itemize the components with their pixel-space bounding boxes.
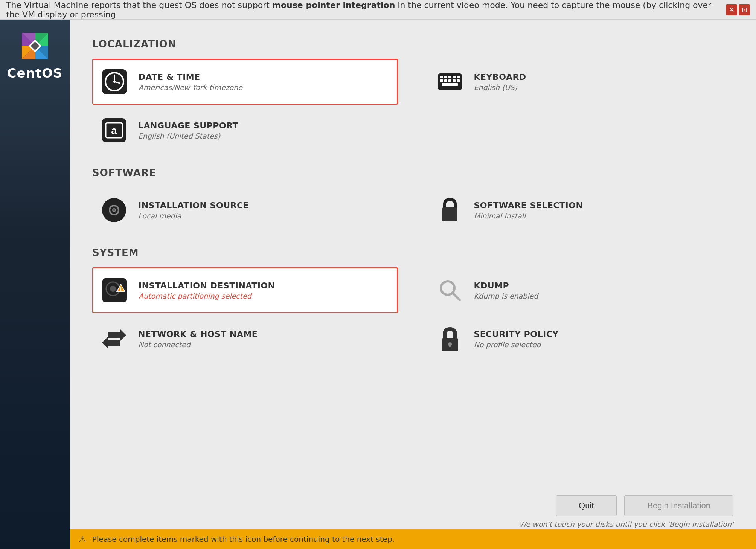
- install-source-text: INSTALLATION SOURCE Local media: [138, 201, 249, 220]
- security-text: SECURITY POLICY No profile selected: [474, 329, 559, 349]
- install-source-subtitle: Local media: [138, 212, 249, 220]
- kdump-card[interactable]: KDUMP Kdump is enabled: [428, 267, 734, 313]
- close-button-x[interactable]: ✕: [726, 4, 737, 15]
- svg-rect-27: [442, 83, 458, 86]
- svg-rect-17: [440, 76, 443, 78]
- date-time-text: DATE & TIME Americas/New York timezone: [139, 72, 242, 92]
- language-title: LANGUAGE SUPPORT: [138, 121, 238, 130]
- clock-icon: [99, 67, 130, 97]
- action-buttons: Quit Begin Installation: [556, 495, 733, 516]
- svg-text:a: a: [111, 125, 117, 136]
- footer-warning-icon: ⚠: [79, 535, 86, 544]
- localization-empty-cell: [428, 108, 734, 156]
- svg-rect-26: [457, 79, 460, 82]
- svg-line-43: [453, 293, 460, 300]
- date-time-title: DATE & TIME: [139, 72, 242, 82]
- kdump-subtitle: Kdump is enabled: [474, 292, 538, 300]
- software-selection-subtitle: Minimal Install: [474, 212, 583, 220]
- keyboard-icon: [435, 67, 465, 97]
- bottom-action-bar: Quit Begin Installation We won't touch y…: [519, 495, 733, 528]
- software-grid: INSTALLATION SOURCE Local media SOFTWARE…: [92, 188, 733, 236]
- system-section-title: SYSTEM: [92, 247, 733, 258]
- installation-source-icon: [99, 195, 129, 225]
- footer-warning-bar: ⚠ Please complete items marked with this…: [70, 529, 756, 549]
- date-time-subtitle: Americas/New York timezone: [139, 83, 242, 92]
- security-card[interactable]: SECURITY POLICY No profile selected: [428, 316, 734, 361]
- install-dest-card[interactable]: ! INSTALLATION DESTINATION Automatic par…: [92, 267, 398, 313]
- main-content: LOCALIZATION DATE & TIME Americas/New Yo…: [70, 20, 756, 549]
- keyboard-subtitle: English (US): [474, 83, 526, 92]
- svg-rect-18: [444, 76, 447, 78]
- svg-rect-24: [448, 79, 451, 82]
- localization-grid: DATE & TIME Americas/New York timezone: [92, 59, 733, 156]
- svg-rect-23: [444, 79, 447, 82]
- svg-rect-36: [442, 207, 457, 221]
- network-card[interactable]: NETWORK & HOST NAME Not connected: [92, 316, 398, 361]
- install-dest-subtitle: Automatic partitioning selected: [139, 292, 275, 300]
- centos-logo-icon: [20, 31, 50, 61]
- system-grid: ! INSTALLATION DESTINATION Automatic par…: [92, 267, 733, 364]
- keyboard-text: KEYBOARD English (US): [474, 72, 526, 92]
- install-source-card[interactable]: INSTALLATION SOURCE Local media: [92, 188, 398, 233]
- install-dest-text: INSTALLATION DESTINATION Automatic parti…: [139, 281, 275, 300]
- main-layout: CentOS LOCALIZATION DATE & TIME: [0, 20, 756, 549]
- close-button-restore[interactable]: ⊡: [739, 4, 750, 15]
- keyboard-card[interactable]: KEYBOARD English (US): [428, 59, 734, 105]
- keyboard-title: KEYBOARD: [474, 72, 526, 82]
- software-selection-text: SOFTWARE SELECTION Minimal Install: [474, 201, 583, 220]
- svg-marker-45: [102, 337, 120, 349]
- install-source-title: INSTALLATION SOURCE: [138, 201, 249, 210]
- kdump-title: KDUMP: [474, 281, 538, 290]
- svg-rect-22: [440, 79, 443, 82]
- language-icon: a: [99, 115, 129, 145]
- installation-destination-icon: !: [99, 275, 130, 305]
- software-section-title: SOFTWARE: [92, 167, 733, 178]
- language-subtitle: English (United States): [138, 132, 238, 140]
- language-text: LANGUAGE SUPPORT English (United States): [138, 121, 238, 140]
- svg-point-34: [113, 209, 115, 211]
- sidebar: CentOS: [0, 20, 70, 549]
- quit-button[interactable]: Quit: [556, 495, 617, 516]
- footer-warning-text: Please complete items marked with this i…: [92, 535, 395, 544]
- svg-rect-25: [453, 79, 456, 82]
- software-selection-card[interactable]: SOFTWARE SELECTION Minimal Install: [428, 188, 734, 233]
- network-title: NETWORK & HOST NAME: [138, 329, 258, 339]
- centos-brand-name: CentOS: [7, 66, 63, 81]
- network-subtitle: Not connected: [138, 340, 258, 349]
- install-dest-title: INSTALLATION DESTINATION: [139, 281, 275, 290]
- installation-hint: We won't touch your disks until you clic…: [519, 520, 733, 528]
- kdump-icon: [435, 275, 465, 305]
- security-icon: [435, 324, 465, 354]
- close-buttons: ✕ ⊡: [726, 4, 750, 15]
- begin-installation-button[interactable]: Begin Installation: [624, 495, 733, 516]
- svg-rect-21: [457, 76, 460, 78]
- top-warning-bar: The Virtual Machine reports that the gue…: [0, 0, 756, 20]
- date-time-card[interactable]: DATE & TIME Americas/New York timezone: [92, 59, 398, 105]
- svg-text:!: !: [120, 286, 122, 292]
- software-selection-icon: [435, 195, 465, 225]
- centos-logo: CentOS: [7, 31, 63, 81]
- warning-message: The Virtual Machine reports that the gue…: [6, 0, 726, 19]
- software-selection-title: SOFTWARE SELECTION: [474, 201, 583, 210]
- svg-rect-48: [449, 344, 451, 347]
- localization-section-title: LOCALIZATION: [92, 38, 733, 50]
- network-text: NETWORK & HOST NAME Not connected: [138, 329, 258, 349]
- svg-marker-44: [108, 329, 126, 341]
- security-subtitle: No profile selected: [474, 340, 559, 349]
- network-icon: [99, 324, 129, 354]
- svg-point-39: [110, 286, 116, 292]
- kdump-text: KDUMP Kdump is enabled: [474, 281, 538, 300]
- svg-point-15: [113, 81, 116, 83]
- svg-rect-20: [453, 76, 456, 78]
- svg-rect-19: [448, 76, 451, 78]
- language-card[interactable]: a LANGUAGE SUPPORT English (United State…: [92, 108, 398, 153]
- security-title: SECURITY POLICY: [474, 329, 559, 339]
